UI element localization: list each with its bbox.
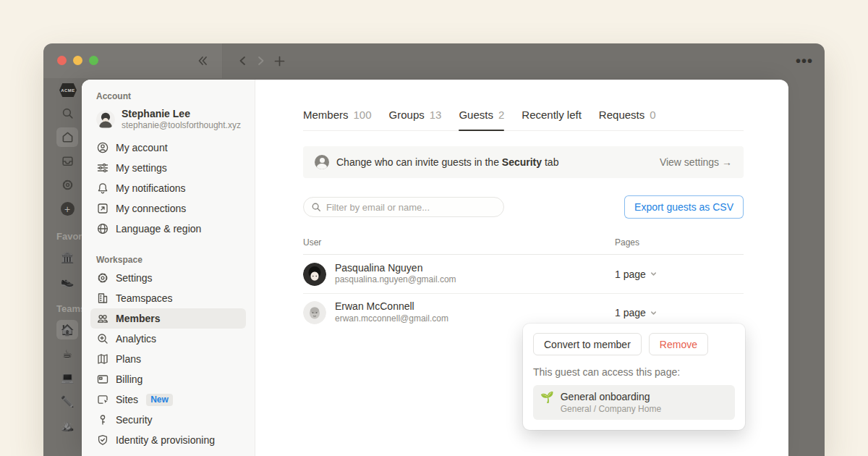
banner-text: Change who can invite guests in the Secu… — [336, 156, 652, 168]
traffic-light-minimize[interactable] — [73, 56, 82, 65]
pencil-icon: ✏️ — [61, 395, 75, 408]
guest-email: erwan.mcconnell@gmail.com — [335, 313, 448, 325]
tab-requests[interactable]: Requests0 — [599, 109, 656, 130]
view-settings-button[interactable]: View settings → — [660, 156, 732, 168]
nav-item-billing[interactable]: Billing — [90, 369, 246, 389]
credit-card-icon — [96, 373, 109, 386]
nav-item-teamspaces[interactable]: Teamspaces — [90, 288, 246, 308]
search-icon — [61, 106, 75, 120]
collapse-sidebar-button[interactable] — [194, 52, 211, 69]
nav-item-my-connections[interactable]: My connections — [90, 198, 246, 219]
chevron-down-icon — [650, 309, 658, 317]
globe-icon — [96, 222, 109, 235]
guest-filter-box[interactable] — [303, 197, 504, 217]
chevron-right-icon — [257, 56, 265, 66]
bell-icon — [96, 182, 109, 195]
accessible-page-item[interactable]: 🌱 General onboarding General / Company H… — [533, 385, 735, 420]
nav-item-label: My connections — [116, 203, 186, 214]
invite-settings-banner: Change who can invite guests in the Secu… — [303, 146, 744, 178]
remove-guest-button[interactable]: Remove — [649, 333, 708, 355]
map-icon — [96, 352, 109, 366]
nav-item-my-notifications[interactable]: My notifications — [90, 178, 246, 198]
coffee-icon: ☕ — [62, 347, 72, 360]
workspace-logo[interactable]: ACME — [59, 83, 77, 97]
members-tabs: Members100 Groups13 Guests2 Recently lef… — [303, 109, 744, 131]
export-guests-csv-button[interactable]: Export guests as CSV — [624, 195, 744, 219]
guest-filter-input[interactable] — [326, 202, 496, 213]
new-badge: New — [146, 394, 173, 406]
traffic-light-close[interactable] — [57, 56, 67, 65]
profile-email: stephanie@toolsforthought.xyz — [122, 120, 241, 132]
house-icon: 🏠 — [61, 324, 75, 337]
tab-count: 100 — [354, 109, 372, 121]
guest-name: Erwan McConnell — [335, 300, 448, 313]
tab-count: 0 — [650, 109, 655, 121]
nav-item-label: Language & region — [116, 223, 201, 235]
building-icon — [96, 292, 109, 305]
tab-count: 2 — [498, 109, 504, 121]
avatar — [303, 263, 326, 286]
nav-forward-button[interactable] — [252, 52, 270, 69]
avatar — [303, 301, 326, 324]
gear-icon — [61, 178, 75, 192]
nav-item-label: Billing — [116, 373, 142, 385]
double-chevron-left-icon — [197, 56, 208, 66]
traffic-light-zoom[interactable] — [89, 56, 98, 65]
tab-recently-left[interactable]: Recently left — [522, 109, 582, 130]
nav-item-label: My notifications — [116, 182, 185, 194]
nav-item-my-settings[interactable]: My settings — [90, 158, 246, 178]
nav-item-sites[interactable]: Sites New — [90, 389, 246, 410]
laptop-icon: 💻 — [61, 371, 75, 384]
workspace-section-label: Workspace — [90, 253, 246, 268]
profile-name: Stephanie Lee — [122, 108, 241, 120]
guest-actions-popup: Convert to member Remove This guest can … — [523, 324, 745, 430]
nav-item-security[interactable]: Security — [90, 410, 246, 430]
nav-item-label: Identity & provisioning — [116, 434, 215, 446]
guest-table-header: User Pages — [303, 237, 744, 255]
more-options-button[interactable]: ••• — [796, 53, 813, 69]
nav-item-label: Sites — [116, 394, 138, 405]
nav-item-analytics[interactable]: Analytics — [90, 329, 246, 349]
home-icon — [61, 130, 75, 144]
nav-item-plans[interactable]: Plans — [90, 349, 246, 369]
tab-groups[interactable]: Groups13 — [389, 109, 442, 130]
pages-dropdown[interactable]: 1 page — [615, 307, 744, 318]
nav-item-label: Analytics — [116, 333, 156, 345]
nav-item-label: Security — [116, 414, 153, 426]
nav-item-settings[interactable]: Settings — [90, 268, 246, 288]
profile-row[interactable]: Stephanie Lee stephanie@toolsforthought.… — [90, 104, 246, 138]
convert-to-member-button[interactable]: Convert to member — [533, 333, 642, 355]
mountain-icon: 🏔️ — [61, 419, 75, 432]
guest-name: Pasqualina Nguyen — [335, 262, 456, 275]
tab-guests[interactable]: Guests2 — [459, 109, 504, 130]
page-path: General / Company Home — [561, 403, 661, 415]
nav-item-label: My account — [116, 142, 168, 153]
nav-item-my-account[interactable]: My account — [90, 138, 246, 158]
column-pages: Pages — [615, 237, 744, 248]
nav-item-language-region[interactable]: Language & region — [90, 219, 246, 239]
sneaker-icon: 👟 — [61, 275, 75, 288]
sliders-icon — [96, 161, 109, 174]
browser-cursor-icon — [96, 393, 109, 406]
nav-item-label: Plans — [116, 353, 141, 365]
guest-controls: Export guests as CSV — [303, 195, 744, 219]
tab-members[interactable]: Members100 — [303, 109, 372, 130]
nav-item-label: Teamspaces — [116, 292, 173, 304]
shield-check-icon — [96, 434, 109, 447]
nav-back-button[interactable] — [234, 52, 251, 69]
person-circle-icon — [96, 141, 109, 154]
guest-email: pasqualina.nguyen@gmail.com — [335, 274, 456, 286]
magnifier-plus-icon — [96, 332, 109, 345]
nav-item-label: Members — [116, 313, 160, 324]
settings-nav: Account Stephanie Lee stephanie@toolsfor… — [82, 80, 255, 456]
account-section-label: Account — [90, 90, 246, 104]
guest-row[interactable]: Pasqualina Nguyen pasqualina.nguyen@gmai… — [303, 255, 744, 293]
nav-item-label: Settings — [116, 272, 153, 284]
chevron-left-icon — [238, 56, 247, 66]
pages-dropdown[interactable]: 1 page — [615, 269, 744, 280]
new-tab-button[interactable] — [271, 52, 288, 69]
tab-label: Requests — [599, 109, 644, 121]
classical-building-icon: 🏛️ — [61, 251, 75, 264]
nav-item-members[interactable]: Members — [90, 308, 246, 329]
nav-item-identity-provisioning[interactable]: Identity & provisioning — [90, 430, 246, 450]
